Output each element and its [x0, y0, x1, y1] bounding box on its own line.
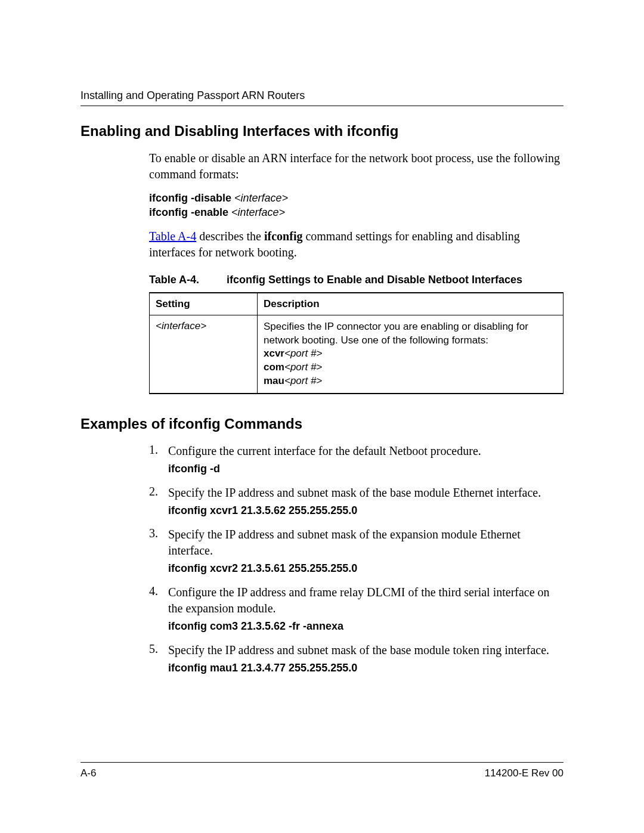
section-heading-enabling: Enabling and Disabling Interfaces with i…	[80, 123, 564, 140]
page-number: A-6	[80, 767, 96, 779]
list-item: 4. Configure the IP address and frame re…	[149, 584, 564, 636]
fmt-xcvr-bold: xcvr	[264, 348, 284, 359]
page: Installing and Operating Passport ARN Ro…	[0, 0, 644, 833]
item-number: 3.	[149, 527, 168, 578]
section1-body: To enable or disable an ARN interface fo…	[149, 150, 564, 394]
example-command: ifconfig xcvr2 21.3.5.61 255.255.255.0	[168, 562, 564, 575]
cmd-enable-keyword: ifconfig -enable	[149, 206, 231, 218]
example-command: ifconfig mau1 21.3.4.77 255.255.255.0	[168, 662, 564, 674]
page-footer: A-6 114200-E Rev 00	[80, 762, 564, 779]
fmt-com-ital: <port #>	[284, 361, 322, 373]
col-header-setting: Setting	[150, 293, 258, 315]
xref-bold-term: ifconfig	[264, 230, 302, 243]
cmd-disable-arg: <interface>	[234, 192, 288, 204]
setting-value: <interface>	[156, 320, 206, 332]
cmd-disable-keyword: ifconfig -disable	[149, 192, 234, 204]
running-header: Installing and Operating Passport ARN Ro…	[80, 89, 564, 102]
item-number: 4.	[149, 584, 168, 636]
fmt-mau-ital: <port #>	[284, 375, 322, 386]
item-number: 2.	[149, 485, 168, 521]
cmd-enable-arg: <interface>	[231, 206, 285, 218]
command-syntax-block: ifconfig -disable <interface> ifconfig -…	[149, 191, 564, 220]
xref-after-1: describes the	[196, 230, 264, 243]
fmt-mau-bold: mau	[264, 375, 284, 386]
doc-id: 114200-E Rev 00	[485, 767, 564, 779]
footer-rule	[80, 762, 564, 763]
section-heading-examples: Examples of ifconfig Commands	[80, 416, 564, 432]
list-item: 2. Specify the IP address and subnet mas…	[149, 485, 564, 521]
section2-body: 1. Configure the current interface for t…	[149, 443, 564, 678]
example-command: ifconfig -d	[168, 463, 564, 475]
example-command: ifconfig xcvr1 21.3.5.62 255.255.255.0	[168, 504, 564, 517]
table-row: <interface> Specifies the IP connector y…	[150, 315, 564, 394]
item-number: 1.	[149, 443, 168, 479]
cell-description: Specifies the IP connector you are enabl…	[258, 315, 564, 394]
example-text: Specify the IP address and subnet mask o…	[168, 642, 564, 658]
example-text: Specify the IP address and subnet mask o…	[168, 485, 564, 501]
example-text: Configure the IP address and frame relay…	[168, 584, 564, 617]
col-header-description: Description	[258, 293, 564, 315]
table-title: ifconfig Settings to Enable and Disable …	[227, 274, 522, 286]
examples-list: 1. Configure the current interface for t…	[149, 443, 564, 678]
xref-paragraph: Table A-4 describes the ifconfig command…	[149, 228, 564, 261]
header-rule	[80, 106, 564, 106]
table-label: Table A-4.	[149, 274, 227, 286]
item-number: 5.	[149, 642, 168, 678]
list-item: 3. Specify the IP address and subnet mas…	[149, 527, 564, 578]
table-header-row: Setting Description	[150, 293, 564, 315]
fmt-com-bold: com	[264, 361, 284, 373]
example-text: Specify the IP address and subnet mask o…	[168, 527, 564, 559]
list-item: 5. Specify the IP address and subnet mas…	[149, 642, 564, 678]
example-command: ifconfig com3 21.3.5.62 -fr -annexa	[168, 620, 564, 633]
intro-paragraph: To enable or disable an ARN interface fo…	[149, 150, 564, 182]
desc-text: Specifies the IP connector you are enabl…	[264, 320, 557, 348]
cell-setting: <interface>	[150, 315, 258, 394]
table-caption: Table A-4.ifconfig Settings to Enable an…	[149, 274, 564, 286]
example-text: Configure the current interface for the …	[168, 443, 564, 459]
table-xref-link[interactable]: Table A-4	[149, 230, 196, 243]
fmt-xcvr-ital: <port #>	[284, 348, 322, 359]
settings-table: Setting Description <interface> Specifie…	[149, 292, 564, 395]
list-item: 1. Configure the current interface for t…	[149, 443, 564, 479]
